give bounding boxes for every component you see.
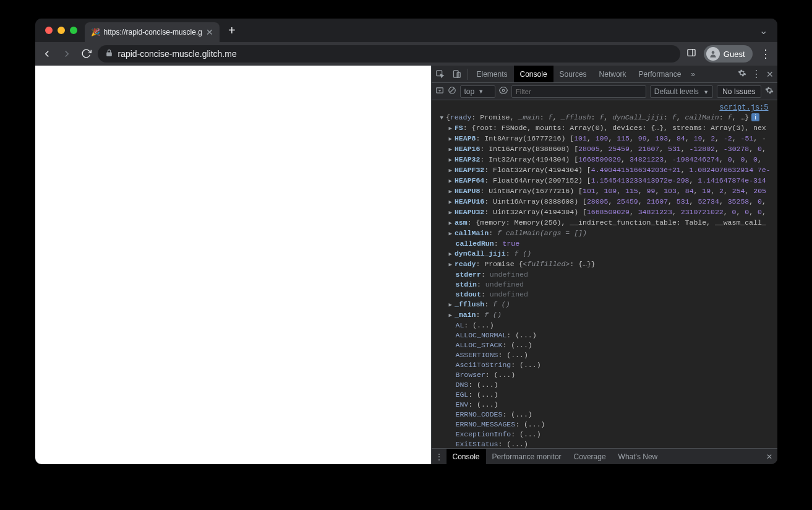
console-property-row[interactable]: Browser: (...) — [435, 370, 777, 380]
drawer-tab-what-s-new[interactable]: What's New — [612, 449, 664, 464]
expand-arrow-icon[interactable] — [449, 300, 455, 308]
live-expression-icon[interactable] — [499, 86, 508, 97]
expand-arrow-icon[interactable] — [440, 113, 446, 121]
console-property-row[interactable]: _fflush: f () — [435, 300, 777, 310]
window-minimize-button[interactable] — [58, 27, 65, 34]
browser-menu-icon[interactable]: ⋮ — [760, 47, 771, 61]
source-link[interactable]: script.js:5 — [719, 103, 768, 112]
console-property-row[interactable]: stdin: undefined — [435, 280, 777, 290]
console-property-row[interactable]: asm: {memory: Memory(256), __indirect_fu… — [435, 218, 777, 228]
reload-button[interactable] — [81, 48, 92, 59]
expand-arrow-icon[interactable] — [449, 145, 455, 153]
console-settings-icon[interactable] — [765, 86, 774, 97]
browser-tab[interactable]: 🎉 https://rapid-concise-muscle.g ✕ — [85, 22, 220, 42]
console-property-row[interactable]: ExitStatus: (...) — [435, 439, 777, 448]
devtools-menu-icon[interactable]: ⋮ — [751, 68, 761, 80]
expand-arrow-icon[interactable] — [449, 249, 455, 257]
console-property-row[interactable]: AsciiToString: (...) — [435, 360, 777, 370]
console-sidebar-toggle-icon[interactable] — [435, 86, 444, 97]
window-close-button[interactable] — [45, 27, 53, 34]
issues-button[interactable]: No Issues — [717, 85, 761, 98]
expand-arrow-icon[interactable] — [449, 166, 455, 174]
tab-strip: 🎉 https://rapid-concise-muscle.g ✕ + ⌄ — [35, 19, 777, 42]
console-property-row[interactable]: EGL: (...) — [435, 390, 777, 400]
new-tab-button[interactable]: + — [228, 24, 236, 38]
console-property-row[interactable]: stdout: undefined — [435, 290, 777, 300]
console-property-row[interactable]: FS: {root: FSNode, mounts: Array(0), dev… — [435, 123, 777, 134]
expand-arrow-icon[interactable] — [449, 187, 455, 195]
info-badge-icon[interactable]: i — [751, 113, 759, 121]
console-toolbar: top ▼ Default levels ▼ No Issues — [432, 83, 777, 100]
console-property-row[interactable]: ready: Promise {<fulfilled>: {…}} — [435, 259, 777, 270]
console-property-row[interactable]: calledRun: true — [435, 239, 777, 249]
tab-close-icon[interactable]: ✕ — [206, 27, 213, 37]
svg-rect-4 — [453, 71, 458, 77]
panel-toggle-icon[interactable] — [686, 48, 696, 60]
tabs-dropdown-icon[interactable]: ⌄ — [759, 25, 767, 37]
drawer-menu-icon[interactable]: ⋮ — [432, 449, 447, 465]
console-output[interactable]: script.js:5 {ready: Promise, _main: f, _… — [432, 100, 777, 448]
expand-arrow-icon[interactable] — [449, 208, 455, 216]
drawer-tab-performance-monitor[interactable]: Performance monitor — [486, 449, 568, 464]
page-content[interactable] — [35, 66, 431, 464]
console-property-row[interactable]: HEAPU32: Uint32Array(4194304) [166850902… — [435, 207, 777, 218]
profile-chip[interactable]: Guest — [704, 45, 753, 63]
console-property-row[interactable]: ExceptionInfo: (...) — [435, 430, 777, 439]
forward-button[interactable] — [61, 48, 72, 59]
devtools-tab-network[interactable]: Network — [593, 66, 633, 82]
devtools-overflow-icon[interactable]: » — [687, 66, 699, 82]
settings-icon[interactable] — [738, 69, 746, 79]
object-summary-row[interactable]: {ready: Promise, _main: f, _fflush: f, d… — [435, 113, 777, 123]
avatar-icon — [706, 47, 720, 61]
devtools-tab-console[interactable]: Console — [514, 66, 553, 82]
console-property-row[interactable]: HEAPU16: Uint16Array(8388608) [28005, 25… — [435, 197, 777, 207]
tab-title: https://rapid-concise-muscle.g — [104, 28, 202, 37]
console-filter-input[interactable] — [511, 85, 646, 98]
console-property-row[interactable]: _main: f () — [435, 310, 777, 321]
console-property-row[interactable]: dynCall_jiji: f () — [435, 249, 777, 259]
console-property-row[interactable]: callMain: f callMain(args = []) — [435, 228, 777, 239]
drawer-tab-console[interactable]: Console — [447, 449, 486, 464]
console-property-row[interactable]: ERRNO_CODES: (...) — [435, 410, 777, 420]
console-property-row[interactable]: ASSERTIONS: (...) — [435, 350, 777, 360]
log-levels-dropdown[interactable]: Default levels ▼ — [650, 85, 713, 98]
console-property-row[interactable]: DNS: (...) — [435, 380, 777, 390]
device-toggle-icon[interactable] — [448, 66, 465, 82]
expand-arrow-icon[interactable] — [449, 197, 455, 205]
back-button[interactable] — [41, 48, 53, 59]
expand-arrow-icon[interactable] — [449, 260, 455, 268]
inspect-element-icon[interactable] — [432, 66, 448, 82]
drawer-close-icon[interactable]: ✕ — [761, 452, 777, 461]
console-property-row[interactable]: HEAPU8: Uint8Array(16777216) [101, 109, … — [435, 186, 777, 197]
console-property-row[interactable]: ALLOC_NORMAL: (...) — [435, 331, 777, 340]
drawer-tab-coverage[interactable]: Coverage — [568, 449, 612, 464]
console-property-row[interactable]: AL: (...) — [435, 321, 777, 331]
console-property-row[interactable]: HEAP32: Int32Array(4194304) [1668509029,… — [435, 155, 777, 165]
console-property-row[interactable]: HEAPF64: Float64Array(2097152) [1.154541… — [435, 176, 777, 186]
window-maximize-button[interactable] — [70, 27, 77, 34]
devtools-tab-performance[interactable]: Performance — [633, 66, 688, 82]
expand-arrow-icon[interactable] — [449, 155, 455, 163]
console-property-row[interactable]: ALLOC_STACK: (...) — [435, 340, 777, 350]
devtools-panel: ElementsConsoleSourcesNetworkPerformance… — [431, 66, 777, 464]
expand-arrow-icon[interactable] — [449, 134, 455, 142]
url-field[interactable]: rapid-concise-muscle.glitch.me — [98, 45, 680, 63]
console-property-row[interactable]: HEAPF32: Float32Array(4194304) [4.490441… — [435, 165, 777, 176]
execution-context-dropdown[interactable]: top ▼ — [460, 85, 496, 98]
console-property-row[interactable]: ERRNO_MESSAGES: (...) — [435, 420, 777, 430]
console-property-row[interactable]: stderr: undefined — [435, 270, 777, 280]
devtools-tab-sources[interactable]: Sources — [553, 66, 593, 82]
expand-arrow-icon[interactable] — [449, 218, 455, 227]
devtools-tab-elements[interactable]: Elements — [471, 66, 514, 82]
devtools-tabs: ElementsConsoleSourcesNetworkPerformance — [471, 66, 688, 82]
console-property-row[interactable]: HEAP8: Int8Array(16777216) [101, 109, 11… — [435, 134, 777, 144]
browser-window: 🎉 https://rapid-concise-muscle.g ✕ + ⌄ r… — [35, 19, 777, 464]
console-property-row[interactable]: HEAP16: Int16Array(8388608) [28005, 2545… — [435, 144, 777, 155]
console-property-row[interactable]: ENV: (...) — [435, 400, 777, 410]
expand-arrow-icon[interactable] — [449, 229, 455, 237]
clear-console-icon[interactable] — [448, 86, 456, 97]
expand-arrow-icon[interactable] — [449, 311, 455, 319]
expand-arrow-icon[interactable] — [449, 124, 455, 132]
expand-arrow-icon[interactable] — [449, 176, 455, 184]
devtools-close-icon[interactable]: ✕ — [766, 69, 774, 79]
